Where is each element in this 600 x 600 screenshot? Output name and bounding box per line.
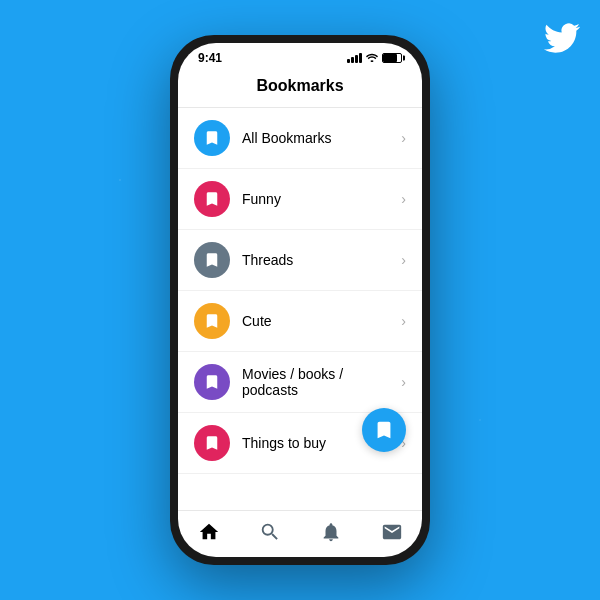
battery-icon bbox=[382, 53, 402, 63]
chevron-icon: › bbox=[401, 191, 406, 207]
chevron-icon: › bbox=[401, 130, 406, 146]
wifi-icon bbox=[366, 52, 378, 64]
chevron-icon: › bbox=[401, 374, 406, 390]
bookmark-item-threads[interactable]: Threads › bbox=[178, 230, 422, 291]
bookmark-icon-funny bbox=[194, 181, 230, 217]
add-bookmark-fab[interactable] bbox=[362, 408, 406, 452]
page-title: Bookmarks bbox=[256, 77, 343, 94]
phone-frame: 9:41 Bookmarks bbox=[170, 35, 430, 565]
bookmark-item-movies[interactable]: Movies / books / podcasts › bbox=[178, 352, 422, 413]
bookmark-label-cute: Cute bbox=[242, 313, 401, 329]
status-time: 9:41 bbox=[198, 51, 222, 65]
bookmark-icon-all-bookmarks bbox=[194, 120, 230, 156]
status-icons bbox=[347, 52, 402, 64]
bookmark-icon-things-to-buy bbox=[194, 425, 230, 461]
bottom-nav bbox=[178, 510, 422, 557]
nav-home[interactable] bbox=[198, 521, 220, 543]
nav-search[interactable] bbox=[259, 521, 281, 543]
bookmark-icon-threads bbox=[194, 242, 230, 278]
bookmark-label-funny: Funny bbox=[242, 191, 401, 207]
signal-icon bbox=[347, 53, 362, 63]
status-bar: 9:41 bbox=[178, 43, 422, 69]
nav-messages[interactable] bbox=[381, 521, 403, 543]
bookmark-item-funny[interactable]: Funny › bbox=[178, 169, 422, 230]
bookmark-item-all-bookmarks[interactable]: All Bookmarks › bbox=[178, 108, 422, 169]
bookmark-label-all-bookmarks: All Bookmarks bbox=[242, 130, 401, 146]
bookmark-item-cute[interactable]: Cute › bbox=[178, 291, 422, 352]
bookmark-icon-cute bbox=[194, 303, 230, 339]
chevron-icon: › bbox=[401, 313, 406, 329]
twitter-logo bbox=[544, 20, 580, 64]
bookmark-list: All Bookmarks › Funny › Threads › bbox=[178, 108, 422, 510]
phone-screen: 9:41 Bookmarks bbox=[178, 43, 422, 557]
bookmark-label-threads: Threads bbox=[242, 252, 401, 268]
bookmark-label-movies: Movies / books / podcasts bbox=[242, 366, 401, 398]
page-header: Bookmarks bbox=[178, 69, 422, 108]
bookmark-icon-movies bbox=[194, 364, 230, 400]
chevron-icon: › bbox=[401, 252, 406, 268]
nav-notifications[interactable] bbox=[320, 521, 342, 543]
